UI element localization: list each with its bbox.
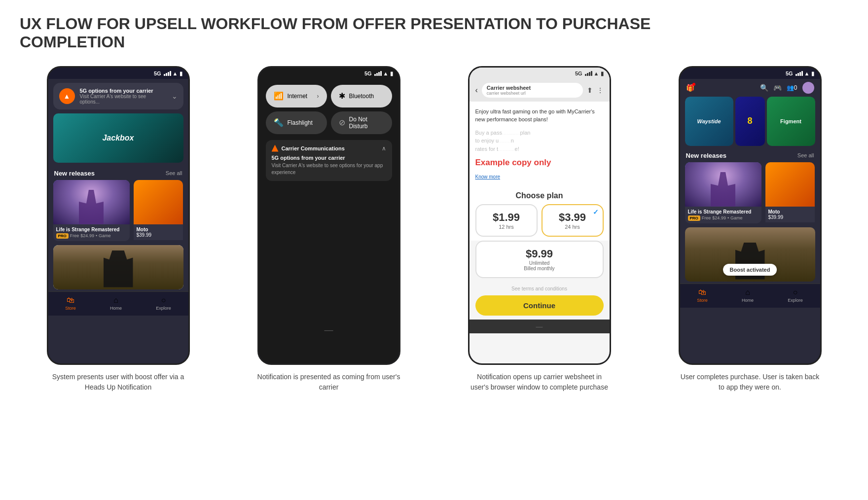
nav-home-1[interactable]: ⌂ Home <box>110 296 122 311</box>
game-card-img-4 <box>685 162 761 207</box>
soldier-figure-1 <box>104 250 133 287</box>
terms-text: See terms and conditions <box>470 282 610 293</box>
signal-bars-3 <box>585 71 592 76</box>
carrier-notif-header: Carrier Communications ∧ <box>272 145 386 152</box>
see-all-link-1[interactable]: See all <box>166 170 182 176</box>
gift-icon[interactable]: 🎁 <box>686 84 694 92</box>
dark-space-2 <box>259 183 399 321</box>
soldier-banner-1 <box>53 245 183 289</box>
carrier-notification[interactable]: Carrier Communications ∧ 5G options from… <box>266 140 392 181</box>
nav-store-1[interactable]: 🛍 Store <box>65 296 76 311</box>
wifi-icon-1: ▲ <box>173 71 178 76</box>
carrier-chevron-icon: ∧ <box>382 145 386 152</box>
qs-internet-label: Internet <box>288 93 308 100</box>
know-more-link[interactable]: Know more <box>475 174 501 179</box>
notif-subtitle: Visit Carrier A's website to see options… <box>80 94 167 105</box>
status-icons-2: ▲ ▮ <box>374 71 393 77</box>
game-card-meta-1: PRO Free $24.99 • Game <box>56 233 127 239</box>
step-description-1: System presents user with boost offer vi… <box>47 372 190 393</box>
person-silhouette-1 <box>79 190 104 224</box>
toolbar-icons: ⬆ ⋮ <box>587 86 604 94</box>
game-price-1: $24.99 <box>80 233 94 238</box>
moto-name-4: Moto <box>768 209 812 214</box>
status-icons-1: ▲ ▮ <box>164 71 182 77</box>
search-icon-4[interactable]: 🔍 <box>760 84 768 92</box>
game-type-1: • <box>96 233 97 238</box>
game-type-4: Game <box>730 215 743 220</box>
notif-content: 5G options from your carrier Visit Carri… <box>80 88 167 105</box>
nav-explore-1[interactable]: ○ Explore <box>156 296 171 311</box>
websheet-title: Carrier websheet <box>487 85 578 91</box>
bottom-banner-1 <box>53 245 183 289</box>
screen4-header: 🎁 🔍 🎮 👥0 <box>680 79 820 97</box>
moto-card-info-1: Moto $39.99 <box>134 224 183 240</box>
continue-button[interactable]: Continue <box>475 295 604 316</box>
flow-container: 5G ▲ ▮ ▲ <box>20 66 848 393</box>
nav-explore-4[interactable]: ○ Explore <box>788 288 803 303</box>
new-releases-header-4: New releases See all <box>680 149 820 162</box>
see-all-link-4[interactable]: See all <box>797 152 814 158</box>
websheet-toolbar: ‹ Carrier websheet carrier websheet url … <box>470 79 610 102</box>
battery-icon-2: ▮ <box>390 71 393 77</box>
notif-title: 5G options from your carrier <box>80 88 167 94</box>
nav-explore-label-1: Explore <box>156 306 171 311</box>
plan-price-1: $1.99 <box>482 211 531 224</box>
flow-step-4: 5G ▲ ▮ 🎁 <box>651 66 848 393</box>
signal-bars-2 <box>374 71 382 76</box>
pro-badge-4: PRO <box>688 215 700 221</box>
qs-tile-flashlight[interactable]: 🔦 Flashlight <box>266 111 327 134</box>
game-category-1: Game <box>99 233 111 238</box>
plan-card-wide[interactable]: $9.99 Unlimited Billed monthly <box>475 241 604 278</box>
nav-home-4[interactable]: ⌂ Home <box>742 288 754 303</box>
nav-store-label-1: Store <box>65 306 76 311</box>
back-button[interactable]: ‹ <box>475 86 478 95</box>
signal-bar-2 <box>166 73 167 76</box>
screen3: 5G ▲ ▮ ‹ <box>470 68 610 363</box>
websheet-desc-2: Buy a pass............plan to enjoy u...… <box>475 129 604 153</box>
status-5g-3: 5G <box>575 71 582 76</box>
share-icon[interactable]: ⬆ <box>587 86 593 94</box>
websheet-url: carrier websheet url <box>487 91 578 96</box>
qs-tile-internet[interactable]: 📶 Internet › <box>266 85 327 107</box>
signal-bar-4 <box>170 71 171 76</box>
carrier-notif-title: Carrier Communications <box>282 145 345 151</box>
status-5g-2: 5G <box>364 71 372 76</box>
notif-icon: ▲ <box>59 88 75 104</box>
bottom-nav-4: 🛍 Store ⌂ Home ○ Explore <box>680 284 820 308</box>
plan-card-2[interactable]: ✓ $3.99 24 hrs <box>542 204 604 237</box>
qs-tile-dnd[interactable]: ⊘ Do Not Disturb <box>331 111 392 134</box>
flow-step-2: 5G ▲ ▮ <box>230 66 427 393</box>
header-icons-4: 🔍 🎮 👥0 <box>760 82 814 94</box>
more-icon[interactable]: ⋮ <box>597 86 604 94</box>
status-5g-4: 5G <box>786 71 793 76</box>
person-img-4 <box>685 162 761 207</box>
game-card-lis-4[interactable]: Life is Strange Remastered PRO Free $24.… <box>685 162 761 223</box>
plan-card-1[interactable]: $1.99 12 hrs <box>475 204 538 237</box>
friends-count: 👥0 <box>787 84 797 91</box>
avatar-4[interactable] <box>802 82 814 94</box>
game-card-name-1: Life is Strange Remastered <box>56 227 127 232</box>
game-free-1: Free <box>70 233 79 238</box>
banner-game-4b: 8 <box>735 97 765 146</box>
gamepad-icon-4[interactable]: 🎮 <box>773 84 782 92</box>
game-card-life-is-strange-1[interactable]: Life is Strange Remastered PRO Free $24.… <box>53 180 130 241</box>
qs-tile-bluetooth[interactable]: ✱ Bluetooth <box>331 85 392 107</box>
heads-up-notification[interactable]: ▲ 5G options from your carrier Visit Car… <box>53 83 183 109</box>
game-card-moto-1[interactable]: Moto $39.99 <box>134 180 183 241</box>
store-icon-1: 🛍 <box>67 296 74 305</box>
status-bar-4: 5G ▲ ▮ <box>680 68 820 79</box>
home-icon-1: ⌂ <box>113 296 118 305</box>
moto-price-1: $39.99 <box>137 232 180 238</box>
screen4: 5G ▲ ▮ 🎁 <box>680 68 820 363</box>
carrier-title-row: Carrier Communications <box>272 145 345 152</box>
signal-bar-3 <box>168 72 169 76</box>
game-card-moto-4[interactable]: Moto $39.99 <box>765 162 815 223</box>
choose-plan-title: Choose plan <box>470 186 610 204</box>
nav-store-label-4: Store <box>697 298 708 303</box>
gift-icon-wrap: 🎁 <box>686 83 694 92</box>
banner-game-4a: Waystide <box>685 97 733 146</box>
wifi-icon-3: ▲ <box>594 71 599 76</box>
plan-price-2: $3.99 <box>548 211 597 224</box>
carrier-icon <box>272 145 279 152</box>
nav-store-4[interactable]: 🛍 Store <box>697 288 708 303</box>
